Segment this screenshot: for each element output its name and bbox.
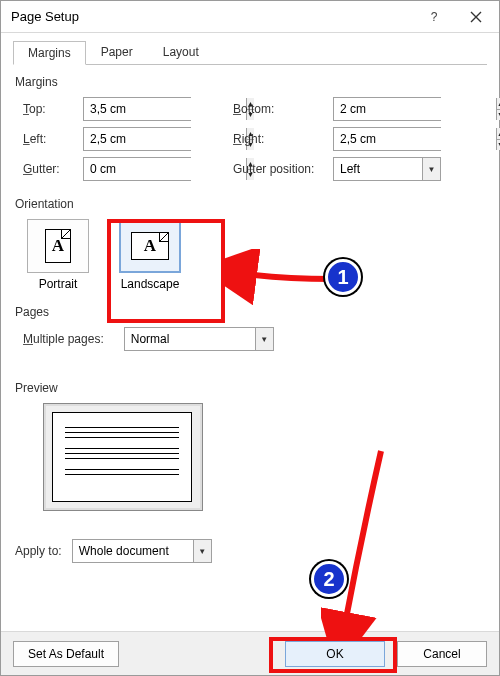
label-gutter-position: Gutter position: (233, 162, 333, 176)
label-apply-to: Apply to: (15, 544, 62, 558)
dialog-content: Margins Paper Layout Margins Top: ▲▼ Bot… (1, 33, 499, 571)
window-title: Page Setup (11, 9, 413, 24)
apply-to-combo[interactable]: Whole document ▼ (72, 539, 212, 563)
gutter-position-value: Left (334, 158, 422, 180)
help-button[interactable]: ? (413, 3, 455, 31)
pages-row: Multiple pages: Normal ▼ (13, 327, 487, 351)
section-pages-label: Pages (15, 305, 487, 319)
chevron-down-icon[interactable]: ▼ (422, 158, 440, 180)
preview-page-icon (52, 412, 192, 502)
preview-box (43, 403, 203, 511)
multiple-pages-value: Normal (125, 328, 255, 350)
close-button[interactable] (455, 3, 497, 31)
cancel-button[interactable]: Cancel (397, 641, 487, 667)
tab-margins[interactable]: Margins (13, 41, 86, 65)
orientation-group: A Portrait A Landscape (13, 219, 487, 291)
right-input[interactable] (334, 128, 496, 150)
chevron-down-icon[interactable]: ▼ (193, 540, 211, 562)
bottom-input[interactable] (334, 98, 496, 120)
portrait-page-icon: A (45, 229, 71, 263)
label-multiple-pages: Multiple pages: (23, 332, 104, 346)
left-spinner[interactable]: ▲▼ (83, 127, 191, 151)
gutter-input[interactable] (84, 158, 246, 180)
orientation-landscape[interactable]: A Landscape (115, 219, 185, 291)
label-right: Right: (233, 132, 333, 146)
label-bottom: Bottom: (233, 102, 333, 116)
orientation-portrait[interactable]: A Portrait (23, 219, 93, 291)
landscape-page-icon: A (131, 232, 169, 260)
tab-paper[interactable]: Paper (86, 40, 148, 64)
set-default-button[interactable]: Set As Default (13, 641, 119, 667)
bottom-spinner[interactable]: ▲▼ (333, 97, 441, 121)
landscape-button[interactable]: A (119, 219, 181, 273)
portrait-button[interactable]: A (27, 219, 89, 273)
tab-strip: Margins Paper Layout (13, 39, 487, 65)
apply-row: Apply to: Whole document ▼ (13, 539, 487, 563)
portrait-label: Portrait (39, 277, 78, 291)
gutter-position-combo[interactable]: Left ▼ (333, 157, 441, 181)
chevron-down-icon[interactable]: ▼ (255, 328, 273, 350)
apply-to-value: Whole document (73, 540, 193, 562)
section-margins-label: Margins (15, 75, 487, 89)
landscape-label: Landscape (121, 277, 180, 291)
gutter-spinner[interactable]: ▲▼ (83, 157, 191, 181)
titlebar: Page Setup ? (1, 1, 499, 33)
section-orientation-label: Orientation (15, 197, 487, 211)
left-input[interactable] (84, 128, 246, 150)
top-input[interactable] (84, 98, 246, 120)
page-setup-dialog: Page Setup ? Margins Paper Layout Margin… (0, 0, 500, 676)
dialog-footer: Set As Default OK Cancel (1, 631, 499, 675)
margins-grid: Top: ▲▼ Bottom: ▲▼ Left: ▲▼ Right: ▲▼ (13, 97, 487, 181)
ok-button[interactable]: OK (285, 641, 385, 667)
label-gutter: Gutter: (23, 162, 83, 176)
section-preview-label: Preview (15, 381, 487, 395)
multiple-pages-combo[interactable]: Normal ▼ (124, 327, 274, 351)
label-top: Top: (23, 102, 83, 116)
tab-layout[interactable]: Layout (148, 40, 214, 64)
label-left: Left: (23, 132, 83, 146)
right-spinner[interactable]: ▲▼ (333, 127, 441, 151)
top-spinner[interactable]: ▲▼ (83, 97, 191, 121)
